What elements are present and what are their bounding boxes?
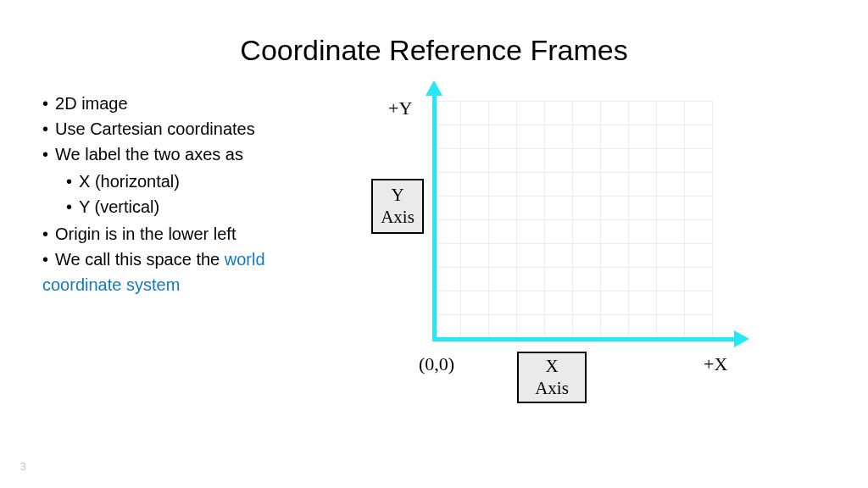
slide: Coordinate Reference Frames 2D image Use… [0,0,868,488]
page-number: 3 [20,461,26,473]
coordinate-diagram: +Y +X (0,0) Y Axis X Axis [348,84,826,423]
x-axis-box-line2: Axis [526,377,578,399]
bullet-text: Y (vertical) [79,197,159,216]
bullet-text: We call this space the [55,250,225,269]
bullet-item: We label the two axes as X (horizontal) … [42,141,331,219]
bullet-list: 2D image Use Cartesian coordinates We la… [42,84,331,423]
bullet-text: 2D image [55,94,128,113]
bullet-item: Use Cartesian coordinates [42,116,331,141]
sub-bullet-item: X (horizontal) [66,169,331,194]
y-axis-box-line2: Axis [380,206,415,228]
bullet-text: Origin is in the lower left [55,225,236,243]
bullet-text: Use Cartesian coordinates [55,119,255,138]
sub-bullet-item: Y (vertical) [66,194,331,219]
plus-y-label: +Y [388,97,412,119]
bullet-item: 2D image [42,91,331,116]
slide-title: Coordinate Reference Frames [42,34,826,67]
bullet-text: X (horizontal) [79,172,180,191]
y-axis-line [432,91,437,341]
y-axis-box: Y Axis [371,179,424,234]
origin-label: (0,0) [419,353,454,375]
y-axis-box-line1: Y [380,184,415,206]
x-axis-box-line1: X [526,355,578,377]
x-axis-arrow-icon [734,330,749,347]
bullet-item: We call this space the world coordinate … [42,247,331,297]
x-axis-line [432,337,737,341]
y-axis-arrow-icon [426,80,442,96]
bullet-text: We label the two axes as [55,145,243,164]
slide-content: 2D image Use Cartesian coordinates We la… [42,84,826,423]
grid [432,101,712,338]
grid-horizontal-lines [432,101,712,338]
x-axis-box: X Axis [517,352,587,403]
plus-x-label: +X [704,353,727,375]
bullet-item: Origin is in the lower left [42,221,331,247]
